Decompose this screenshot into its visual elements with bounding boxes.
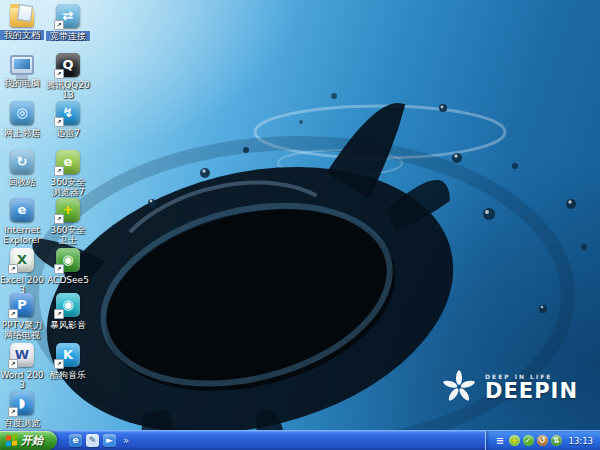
desktop-icon-label: 腾讯QQ2013 [46, 80, 90, 100]
internet-explorer-icon: e [10, 198, 34, 222]
quick-launch-media-player-icon[interactable]: ► [103, 434, 116, 447]
desktop-icon-network-places[interactable]: ◎网上邻居 [0, 101, 44, 138]
desktop-icon-label: 360安全卫士 [46, 225, 90, 245]
360-browser-icon: e↗ [56, 150, 80, 174]
desktop-icon-tencent-qq[interactable]: Q↗腾讯QQ2013 [46, 53, 90, 100]
desktop-icon-media-player-app[interactable]: ◉↗暴风影音 [46, 293, 90, 330]
deepin-logo: DEEP IN LIFE DEEPIN [442, 370, 578, 404]
tray-update-swirl-icon[interactable]: ↺ [537, 435, 548, 446]
recycle-bin-icon: ↻ [10, 150, 34, 174]
shortcut-arrow-icon: ↗ [8, 407, 18, 417]
brand-name: DEEPIN [485, 381, 578, 401]
desktop-icon-label: Word 2003 [0, 370, 44, 390]
desktop-icon-recycle-bin[interactable]: ↻回收站 [0, 150, 44, 187]
desktop-icon-label: 网上邻居 [0, 128, 44, 138]
desktop-icon-label: 我的文档 [0, 30, 44, 40]
desktop-icon-label: PPTV聚力 网络电视 [0, 320, 44, 340]
my-documents-icon [10, 7, 34, 27]
deepin-swirl-icon [442, 370, 476, 404]
desktop[interactable]: DEEP IN LIFE DEEPIN 我的文档⇄↗宽带连接我的电脑Q↗腾讯QQ… [0, 0, 600, 430]
desktop-icon-label: 酷狗音乐 [46, 370, 90, 380]
start-button-label: 开始 [21, 433, 43, 448]
desktop-icon-label: 暴风影音 [46, 320, 90, 330]
shortcut-arrow-icon: ↗ [54, 166, 64, 176]
desktop-icon-internet-explorer[interactable]: eInternet Explorer [0, 198, 44, 245]
media-player-app-icon: ◉↗ [56, 293, 80, 317]
shortcut-arrow-icon: ↗ [8, 264, 18, 274]
shortcut-arrow-icon: ↗ [54, 214, 64, 224]
tray-input-indicator-icon[interactable]: ≡ [495, 435, 506, 446]
desktop-icon-label: 我的电脑 [0, 78, 44, 88]
quick-launch-overflow-chevron[interactable]: » [120, 431, 132, 450]
shortcut-arrow-icon: ↗ [8, 359, 18, 369]
tray-network-status-icon[interactable]: ⇅ [551, 435, 562, 446]
my-computer-icon [10, 55, 34, 75]
shortcut-arrow-icon: ↗ [8, 309, 18, 319]
360-safeguard-icon: +↗ [56, 198, 80, 222]
desktop-icon-my-computer[interactable]: 我的电脑 [0, 53, 44, 88]
screen: DEEP IN LIFE DEEPIN 我的文档⇄↗宽带连接我的电脑Q↗腾讯QQ… [0, 0, 600, 450]
broadband-connection-icon: ⇄↗ [56, 4, 80, 28]
shortcut-arrow-icon: ↗ [54, 69, 64, 79]
shortcut-arrow-icon: ↗ [54, 359, 64, 369]
thunder-icon: ↯↗ [56, 101, 80, 125]
taskbar: 开始 e✎► » ≡+✓↺⇅ 13:13 [0, 430, 600, 450]
wallpaper-water-splash [0, 0, 600, 430]
desktop-icon-label: 360安全浏览器7 [46, 177, 90, 197]
desktop-icon-excel-2003[interactable]: X↗Excel 2003 [0, 248, 44, 295]
tencent-qq-icon: Q↗ [56, 53, 80, 77]
brand-tagline: DEEP IN LIFE [485, 373, 578, 380]
quick-launch-show-desktop-icon[interactable]: ✎ [86, 434, 99, 447]
desktop-icon-my-documents[interactable]: 我的文档 [0, 4, 44, 40]
shortcut-arrow-icon: ↗ [54, 264, 64, 274]
desktop-icon-pptv[interactable]: P↗PPTV聚力 网络电视 [0, 293, 44, 340]
taskbar-clock[interactable]: 13:13 [569, 436, 594, 446]
start-button[interactable]: 开始 [0, 431, 57, 450]
tray-360-antivirus-ball-icon[interactable]: + [509, 435, 520, 446]
acdsee-icon: ◉↗ [56, 248, 80, 272]
desktop-icon-broadband-connection[interactable]: ⇄↗宽带连接 [46, 4, 90, 41]
shortcut-arrow-icon: ↗ [54, 309, 64, 319]
desktop-icon-label: 迅雷7 [46, 128, 90, 138]
quick-launch-internet-explorer-icon[interactable]: e [69, 434, 82, 447]
kugou-music-icon: K↗ [56, 343, 80, 367]
desktop-icon-label: Internet Explorer [0, 225, 44, 245]
quick-launch-bar: e✎► [65, 431, 120, 450]
desktop-icon-label: 宽带连接 [46, 31, 90, 41]
network-places-icon: ◎ [10, 101, 34, 125]
desktop-icon-label: ACDSee5 [46, 275, 90, 285]
excel-2003-icon: X↗ [10, 248, 34, 272]
desktop-icon-360-browser[interactable]: e↗360安全浏览器7 [46, 150, 90, 197]
windows-flag-icon [6, 434, 17, 446]
shortcut-arrow-icon: ↗ [54, 117, 64, 127]
tray-icons: ≡+✓↺⇅ [495, 435, 562, 446]
desktop-icon-kugou-music[interactable]: K↗酷狗音乐 [46, 343, 90, 380]
open-windows-area [132, 431, 484, 450]
desktop-icon-word-2003[interactable]: W↗Word 2003 [0, 343, 44, 390]
desktop-icon-thunder[interactable]: ↯↗迅雷7 [46, 101, 90, 138]
system-tray: ≡+✓↺⇅ 13:13 [485, 431, 600, 450]
desktop-icon-label: 回收站 [0, 177, 44, 187]
desktop-icon-label: Excel 2003 [0, 275, 44, 295]
desktop-icon-acdsee[interactable]: ◉↗ACDSee5 [46, 248, 90, 285]
pptv-icon: P↗ [10, 293, 34, 317]
baidu-browser-icon: ◗↗ [10, 391, 34, 415]
shortcut-arrow-icon: ↗ [54, 20, 64, 30]
word-2003-icon: W↗ [10, 343, 34, 367]
tray-security-shield-icon[interactable]: ✓ [523, 435, 534, 446]
desktop-icon-360-safeguard[interactable]: +↗360安全卫士 [46, 198, 90, 245]
